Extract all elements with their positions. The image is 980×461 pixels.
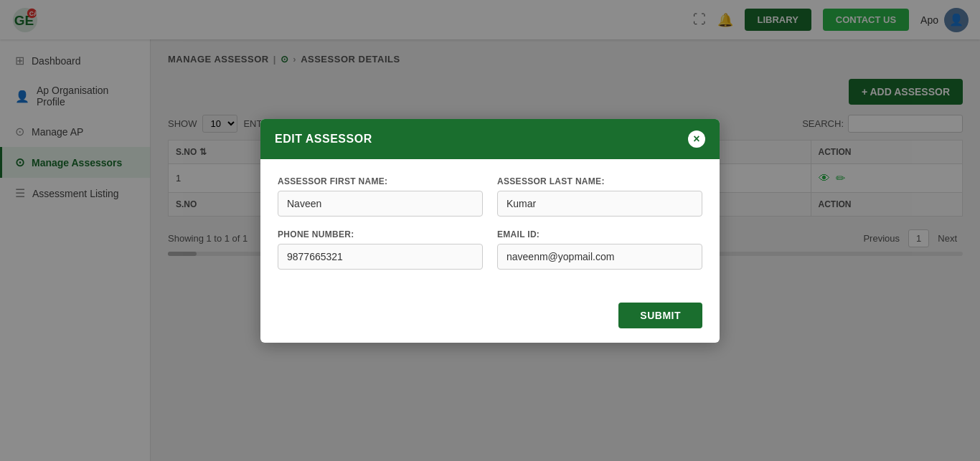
form-row-2: PHONE NUMBER: EMAIL ID:	[278, 229, 702, 270]
email-input[interactable]	[497, 244, 702, 270]
modal-body: ASSESSOR FIRST NAME: ASSESSOR LAST NAME:…	[260, 159, 720, 294]
edit-assessor-modal: EDIT ASSESSOR × ASSESSOR FIRST NAME: ASS…	[260, 119, 720, 343]
last-name-label: ASSESSOR LAST NAME:	[497, 176, 702, 186]
email-group: EMAIL ID:	[497, 229, 702, 270]
modal-title: EDIT ASSESSOR	[275, 133, 372, 146]
modal-close-button[interactable]: ×	[688, 130, 705, 148]
modal-header: EDIT ASSESSOR ×	[260, 119, 720, 159]
modal-overlay: EDIT ASSESSOR × ASSESSOR FIRST NAME: ASS…	[0, 0, 980, 461]
last-name-group: ASSESSOR LAST NAME:	[497, 176, 702, 217]
first-name-label: ASSESSOR FIRST NAME:	[278, 176, 483, 186]
phone-input[interactable]	[278, 244, 483, 270]
first-name-group: ASSESSOR FIRST NAME:	[278, 176, 483, 217]
phone-label: PHONE NUMBER:	[278, 229, 483, 239]
submit-button[interactable]: SUBMIT	[618, 303, 702, 328]
first-name-input[interactable]	[278, 191, 483, 217]
last-name-input[interactable]	[497, 191, 702, 217]
email-label: EMAIL ID:	[497, 229, 702, 239]
modal-footer: SUBMIT	[260, 294, 720, 343]
phone-group: PHONE NUMBER:	[278, 229, 483, 270]
form-row-1: ASSESSOR FIRST NAME: ASSESSOR LAST NAME:	[278, 176, 702, 217]
